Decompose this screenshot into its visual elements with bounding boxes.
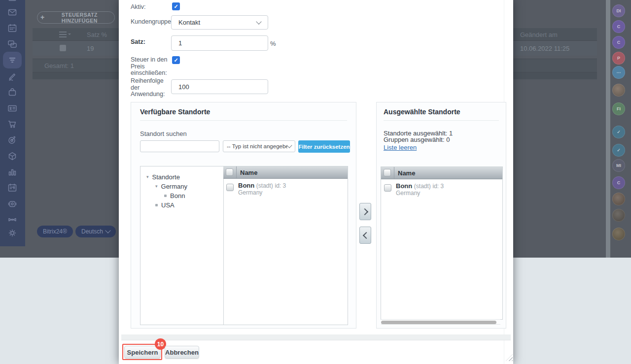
bitrix-brand-button[interactable]: Bitrix24® bbox=[37, 226, 73, 237]
type-select[interactable]: -- Typ ist nicht angegeben. bbox=[223, 140, 295, 152]
scrollbar-thumb[interactable] bbox=[381, 321, 496, 324]
bg-col-satz[interactable]: Satz % bbox=[87, 31, 107, 38]
select-all-checkbox[interactable] bbox=[384, 169, 391, 176]
name-column-header: Name bbox=[398, 169, 415, 177]
tree-node-bonn[interactable]: Bonn bbox=[164, 192, 185, 199]
cancel-button[interactable]: Abbrechen bbox=[165, 346, 199, 359]
kundengruppe-label: Kundengruppe: bbox=[131, 19, 173, 26]
steuer-label: Steuer in den Preis einschließen: bbox=[131, 57, 169, 77]
row-type: (stadt) bbox=[414, 183, 431, 190]
available-list-header: Name bbox=[223, 166, 348, 179]
row-region: Germany bbox=[238, 189, 262, 196]
tree-expander-icon[interactable]: ▾ bbox=[146, 175, 149, 179]
modal-footer-band bbox=[121, 334, 511, 340]
screen: + STEUERSATZ HINZUFÜGEN Satz % Geändert … bbox=[0, 0, 631, 364]
avatar-circle-2[interactable] bbox=[612, 193, 625, 205]
app-circle-check1[interactable]: ✓ bbox=[612, 126, 625, 138]
tree-bullet-icon bbox=[155, 204, 158, 206]
tree-node-standorte[interactable]: ▾ Standorte bbox=[146, 173, 180, 181]
steuersatz-modal: Aktiv: ✓ Kundengruppe: Kontakt Satz: 1 %… bbox=[119, 0, 513, 364]
divider bbox=[236, 166, 237, 178]
app-circle-chat[interactable]: ⋯ bbox=[612, 66, 625, 79]
filter-reset-button[interactable]: Filter zurücksetzen bbox=[298, 140, 350, 153]
satz-value: 1 bbox=[178, 39, 182, 47]
mail-icon[interactable] bbox=[7, 7, 17, 17]
row-type: (stadt) bbox=[256, 182, 273, 189]
bg-total-label: Gesamt: 1 bbox=[44, 62, 74, 69]
gear-icon[interactable] bbox=[7, 228, 17, 238]
tree-expander-icon[interactable]: ▾ bbox=[155, 184, 158, 189]
app-circle-mi[interactable]: MI bbox=[612, 159, 625, 172]
resize-handle-icon[interactable] bbox=[506, 354, 513, 361]
search-input[interactable] bbox=[140, 140, 219, 152]
filter-lines-icon[interactable] bbox=[7, 55, 17, 65]
bg-row-checkbox[interactable] bbox=[60, 45, 66, 51]
aktiv-label: Aktiv: bbox=[131, 4, 173, 11]
app-circle-fi[interactable]: FI bbox=[612, 102, 625, 115]
row-id: id: 3 bbox=[432, 183, 444, 190]
row-checkbox[interactable] bbox=[384, 184, 391, 192]
avatar-circle-1[interactable] bbox=[612, 84, 625, 97]
horizontal-scrollbar[interactable] bbox=[381, 319, 500, 325]
tree-node-germany[interactable]: ▾ Germany bbox=[155, 183, 187, 190]
target-icon[interactable] bbox=[7, 135, 17, 145]
selected-list-header: Name bbox=[381, 167, 502, 179]
selected-list: Name Bonn (stadt) id: 3 Germany bbox=[381, 166, 503, 320]
move-left-button[interactable] bbox=[359, 227, 371, 244]
app-circle-c2[interactable]: C bbox=[612, 36, 625, 49]
selected-title: Ausgewählte Standorte bbox=[384, 108, 460, 116]
bg-cell-satz: 19 bbox=[87, 45, 94, 52]
tree-node-label: USA bbox=[161, 201, 175, 209]
chevron-right-icon bbox=[361, 208, 368, 215]
bowtie-icon[interactable] bbox=[7, 215, 17, 225]
app-circle-p[interactable]: P bbox=[612, 52, 625, 65]
chevron-down-icon bbox=[256, 19, 261, 24]
calendar-icon[interactable] bbox=[7, 23, 17, 33]
app-circle-check2[interactable]: ✓ bbox=[612, 144, 625, 157]
aktiv-checkbox[interactable]: ✓ bbox=[172, 2, 180, 10]
bg-col-geaendert[interactable]: Geändert am bbox=[520, 31, 558, 38]
language-button[interactable]: Deutsch bbox=[75, 226, 116, 237]
avatar-circle-3[interactable] bbox=[612, 209, 625, 222]
kundengruppe-select[interactable]: Kontakt bbox=[171, 15, 268, 30]
robot-icon[interactable] bbox=[7, 199, 17, 209]
divider bbox=[140, 120, 347, 121]
app-circle-c1[interactable]: C bbox=[612, 20, 625, 33]
chat-icon[interactable] bbox=[7, 39, 17, 49]
tree-node-label: Bonn bbox=[170, 192, 185, 199]
divider bbox=[394, 167, 394, 179]
bitrix-brand-label: Bitrix24® bbox=[43, 228, 67, 235]
locations-splitbox: ▾ Standorte ▾ Germany Bonn USA bbox=[140, 166, 348, 325]
reihenfolge-input[interactable]: 100 bbox=[171, 79, 268, 94]
box-icon[interactable] bbox=[7, 151, 17, 161]
id-card-icon[interactable] bbox=[7, 103, 17, 113]
app-circle-di[interactable]: DI bbox=[612, 4, 625, 17]
move-right-button[interactable] bbox=[359, 203, 371, 220]
bag-icon[interactable] bbox=[7, 87, 17, 97]
filter-reset-label: Filter zurücksetzen bbox=[298, 144, 350, 150]
steuer-checkbox[interactable]: ✓ bbox=[172, 56, 180, 64]
hamburger-icon[interactable] bbox=[59, 32, 67, 37]
app-circle-people[interactable] bbox=[612, 228, 625, 240]
clear-list-link[interactable]: Liste leeren bbox=[384, 144, 417, 151]
schedule-icon[interactable] bbox=[7, 183, 17, 193]
desktop-icon[interactable] bbox=[7, 0, 17, 1]
tree-node-usa[interactable]: USA bbox=[155, 201, 175, 209]
chevron-left-icon bbox=[362, 232, 369, 238]
page-scrollbar[interactable] bbox=[606, 0, 610, 258]
kundengruppe-value: Kontakt bbox=[178, 19, 257, 26]
language-label: Deutsch bbox=[81, 228, 103, 235]
satz-label: Satz: bbox=[131, 39, 173, 46]
chevron-down-icon bbox=[105, 228, 110, 233]
add-steuersatz-button[interactable]: + STEUERSATZ HINZUFÜGEN bbox=[37, 11, 115, 24]
pencil-icon[interactable] bbox=[7, 71, 17, 81]
row-checkbox[interactable] bbox=[226, 184, 234, 191]
divider bbox=[384, 120, 499, 121]
bar-chart-icon[interactable] bbox=[7, 167, 17, 177]
tree-node-label: Standorte bbox=[152, 173, 180, 181]
satz-input[interactable]: 1 bbox=[171, 35, 268, 51]
select-all-checkbox[interactable] bbox=[226, 168, 233, 176]
cart-icon[interactable] bbox=[7, 119, 17, 129]
app-circle-c3[interactable]: C bbox=[612, 176, 625, 189]
satz-suffix: % bbox=[270, 40, 276, 47]
